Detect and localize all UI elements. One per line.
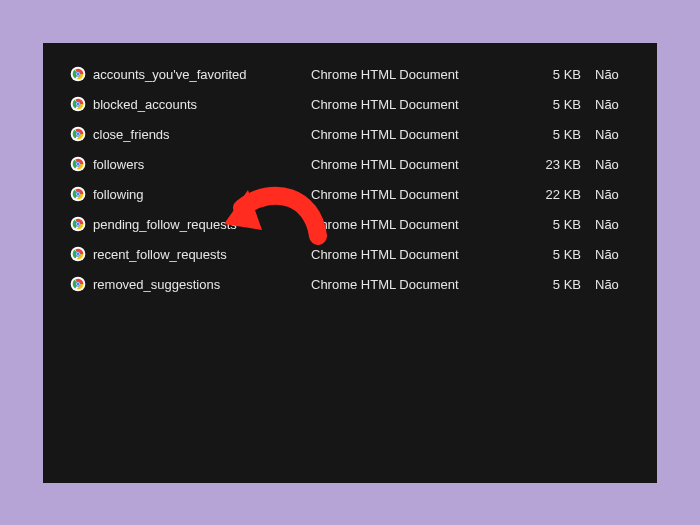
file-extra: Não (595, 127, 655, 142)
file-name: accounts_you've_favorited (89, 67, 311, 82)
file-extra: Não (595, 97, 655, 112)
file-extra: Não (595, 187, 655, 202)
file-size: 5 KB (531, 127, 595, 142)
file-size: 5 KB (531, 67, 595, 82)
chrome-icon (67, 246, 89, 262)
file-row[interactable]: pending_follow_requests Chrome HTML Docu… (43, 209, 657, 239)
file-extra: Não (595, 67, 655, 82)
file-type: Chrome HTML Document (311, 157, 531, 172)
file-type: Chrome HTML Document (311, 97, 531, 112)
file-name: recent_follow_requests (89, 247, 311, 262)
svg-point-3 (77, 73, 80, 76)
file-type: Chrome HTML Document (311, 277, 531, 292)
file-extra: Não (595, 157, 655, 172)
chrome-icon (67, 276, 89, 292)
file-size: 5 KB (531, 247, 595, 262)
chrome-icon (67, 156, 89, 172)
file-extra: Não (595, 217, 655, 232)
file-type: Chrome HTML Document (311, 187, 531, 202)
svg-point-15 (77, 163, 80, 166)
file-name: followers (89, 157, 311, 172)
file-name: blocked_accounts (89, 97, 311, 112)
chrome-icon (67, 216, 89, 232)
svg-point-31 (77, 283, 80, 286)
svg-point-23 (77, 223, 80, 226)
file-type: Chrome HTML Document (311, 217, 531, 232)
chrome-icon (67, 66, 89, 82)
file-name: close_friends (89, 127, 311, 142)
file-name: following (89, 187, 311, 202)
file-row[interactable]: blocked_accounts Chrome HTML Document 5 … (43, 89, 657, 119)
file-type: Chrome HTML Document (311, 67, 531, 82)
file-name: removed_suggestions (89, 277, 311, 292)
chrome-icon (67, 186, 89, 202)
file-row[interactable]: accounts_you've_favorited Chrome HTML Do… (43, 59, 657, 89)
file-extra: Não (595, 247, 655, 262)
file-size: 5 KB (531, 217, 595, 232)
file-name: pending_follow_requests (89, 217, 311, 232)
file-row[interactable]: removed_suggestions Chrome HTML Document… (43, 269, 657, 299)
file-list: accounts_you've_favorited Chrome HTML Do… (43, 59, 657, 299)
chrome-icon (67, 126, 89, 142)
chrome-icon (67, 96, 89, 112)
svg-point-27 (77, 253, 80, 256)
file-row[interactable]: followers Chrome HTML Document 23 KB Não (43, 149, 657, 179)
file-size: 5 KB (531, 277, 595, 292)
file-row[interactable]: close_friends Chrome HTML Document 5 KB … (43, 119, 657, 149)
file-size: 22 KB (531, 187, 595, 202)
svg-point-19 (77, 193, 80, 196)
svg-point-7 (77, 103, 80, 106)
svg-point-11 (77, 133, 80, 136)
file-size: 5 KB (531, 97, 595, 112)
file-explorer-panel: accounts_you've_favorited Chrome HTML Do… (43, 43, 657, 483)
file-row[interactable]: following Chrome HTML Document 22 KB Não (43, 179, 657, 209)
file-extra: Não (595, 277, 655, 292)
file-size: 23 KB (531, 157, 595, 172)
file-row[interactable]: recent_follow_requests Chrome HTML Docum… (43, 239, 657, 269)
file-type: Chrome HTML Document (311, 127, 531, 142)
file-type: Chrome HTML Document (311, 247, 531, 262)
